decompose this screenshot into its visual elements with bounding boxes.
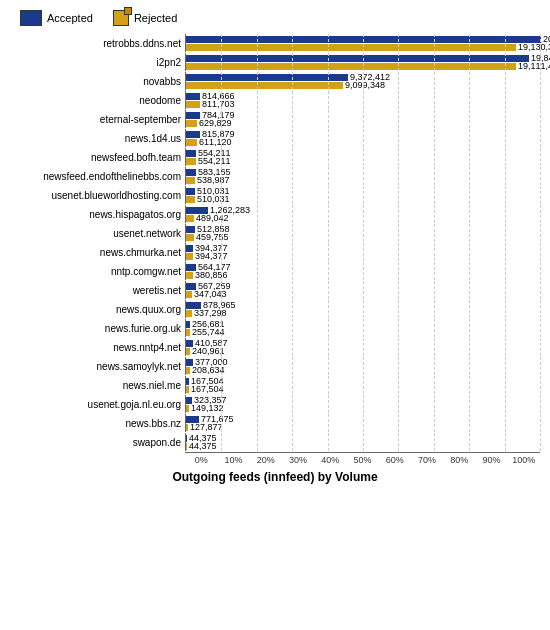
bar-rejected: 19,130,316 <box>186 44 516 51</box>
bar-accepted: 19,848,714 <box>186 55 529 62</box>
bar-accepted: 583,165 <box>186 169 196 176</box>
row-label: neodome <box>10 95 185 106</box>
bar-rejected-value: 240,961 <box>192 346 225 356</box>
bar-accepted: 784,179 <box>186 112 200 119</box>
row-label: news.chmurka.net <box>10 247 185 258</box>
bar-rejected-value: 459,755 <box>196 232 229 242</box>
bar-accepted: 9,372,412 <box>186 74 348 81</box>
bar-rejected: 394,377 <box>186 253 193 260</box>
bars-area: 20,558,67419,130,316 <box>185 34 540 52</box>
table-row: news.samoylyk.net377,000208,634 <box>10 357 540 375</box>
bar-rejected-value: 394,377 <box>195 251 228 261</box>
bar-rejected: 337,298 <box>186 310 192 317</box>
x-axis-label: 100% <box>508 455 540 465</box>
bars-area: 510,031510,031 <box>185 186 540 204</box>
bars-area: 1,262,283489,042 <box>185 205 540 223</box>
chart-title: Outgoing feeds (innfeed) by Volume <box>10 470 540 484</box>
bar-rejected: 538,987 <box>186 177 195 184</box>
bar-rejected: 611,120 <box>186 139 197 146</box>
bar-rejected-value: 510,031 <box>197 194 230 204</box>
bar-rejected-value: 489,042 <box>196 213 229 223</box>
bar-rejected-value: 127,877 <box>190 422 223 432</box>
table-row: news.chmurka.net394,377394,377 <box>10 243 540 261</box>
row-label: retrobbs.ddns.net <box>10 38 185 49</box>
table-row: newsfeed.endofthelinebbs.com583,165538,9… <box>10 167 540 185</box>
bar-rejected-value: 255,744 <box>192 327 225 337</box>
bars-area: 410,587240,961 <box>185 338 540 356</box>
table-row: i2pn219,848,71419,111,493 <box>10 53 540 71</box>
bars-area: 256,681255,744 <box>185 319 540 337</box>
bar-rejected-value: 19,130,316 <box>518 42 550 52</box>
row-label: nntp.comgw.net <box>10 266 185 277</box>
row-label: newsfeed.endofthelinebbs.com <box>10 171 185 182</box>
bar-accepted: 512,858 <box>186 226 195 233</box>
bar-rejected: 510,031 <box>186 196 195 203</box>
bar-rejected-value: 149,132 <box>191 403 224 413</box>
bar-rejected-value: 337,298 <box>194 308 227 318</box>
bar-rejected: 208,634 <box>186 367 190 374</box>
table-row: eternal-september784,179629,829 <box>10 110 540 128</box>
bar-rejected: 19,111,493 <box>186 63 516 70</box>
bar-rejected-value: 380,856 <box>195 270 228 280</box>
bar-accepted: 44,375 <box>186 435 187 442</box>
bars-area: 167,504167,504 <box>185 376 540 394</box>
bar-rejected: 9,099,348 <box>186 82 343 89</box>
bars-area: 583,165538,987 <box>185 167 540 185</box>
bars-area: 44,37544,375 <box>185 433 540 451</box>
bars-area: 323,357149,132 <box>185 395 540 413</box>
bars-area: 564,177380,856 <box>185 262 540 280</box>
bar-accepted: 167,504 <box>186 378 189 385</box>
bars-area: 9,372,4129,099,348 <box>185 72 540 90</box>
table-row: neodome814,666811,703 <box>10 91 540 109</box>
bar-rejected: 44,375 <box>186 443 187 450</box>
table-row: retrobbs.ddns.net20,558,67419,130,316 <box>10 34 540 52</box>
table-row: novabbs9,372,4129,099,348 <box>10 72 540 90</box>
row-label: i2pn2 <box>10 57 185 68</box>
bar-rejected: 380,856 <box>186 272 193 279</box>
row-label: usenet.network <box>10 228 185 239</box>
x-axis-label: 70% <box>411 455 443 465</box>
bar-rejected: 240,961 <box>186 348 190 355</box>
row-label: news.furie.org.uk <box>10 323 185 334</box>
chart-container: Accepted Rejected retrobbs.ddns.net20,55… <box>0 0 550 630</box>
bar-rejected-value: 811,703 <box>202 99 235 109</box>
bar-accepted: 256,681 <box>186 321 190 328</box>
bars-area: 771,675127,877 <box>185 414 540 432</box>
x-axis-label: 60% <box>379 455 411 465</box>
bar-rejected: 127,877 <box>186 424 188 431</box>
bar-rejected: 629,829 <box>186 120 197 127</box>
table-row: usenet.network512,858459,755 <box>10 224 540 242</box>
bar-rejected-value: 44,375 <box>189 441 217 451</box>
bar-accepted: 20,558,674 <box>186 36 541 43</box>
bar-rejected-value: 167,504 <box>191 384 224 394</box>
bars-area: 19,848,71419,111,493 <box>185 53 540 71</box>
bar-accepted: 510,031 <box>186 188 195 195</box>
bar-accepted: 394,377 <box>186 245 193 252</box>
row-label: novabbs <box>10 76 185 87</box>
bar-rejected: 167,504 <box>186 386 189 393</box>
legend: Accepted Rejected <box>10 10 540 26</box>
table-row: usenet.goja.nl.eu.org323,357149,132 <box>10 395 540 413</box>
bar-rejected-value: 629,829 <box>199 118 232 128</box>
row-label: usenet.blueworldhosting.com <box>10 190 185 201</box>
row-label: news.bbs.nz <box>10 418 185 429</box>
bar-rejected: 554,211 <box>186 158 196 165</box>
bar-rejected: 347,043 <box>186 291 192 298</box>
row-label: news.samoylyk.net <box>10 361 185 372</box>
bar-rejected-value: 9,099,348 <box>345 80 385 90</box>
table-row: news.1d4.us815,879611,120 <box>10 129 540 147</box>
table-row: news.niel.me167,504167,504 <box>10 376 540 394</box>
bars-area: 878,965337,298 <box>185 300 540 318</box>
x-axis: 0%10%20%30%40%50%60%70%80%90%100% <box>185 455 540 465</box>
bar-rejected: 149,132 <box>186 405 189 412</box>
x-axis-label: 10% <box>217 455 249 465</box>
bar-rejected-value: 611,120 <box>199 137 232 147</box>
bars-area: 784,179629,829 <box>185 110 540 128</box>
row-label: news.quux.org <box>10 304 185 315</box>
table-row: news.furie.org.uk256,681255,744 <box>10 319 540 337</box>
bar-accepted: 814,666 <box>186 93 200 100</box>
table-row: news.hispagatos.org1,262,283489,042 <box>10 205 540 223</box>
bars-area: 554,211554,211 <box>185 148 540 166</box>
bars-area: 394,377394,377 <box>185 243 540 261</box>
row-label: newsfeed.bofh.team <box>10 152 185 163</box>
